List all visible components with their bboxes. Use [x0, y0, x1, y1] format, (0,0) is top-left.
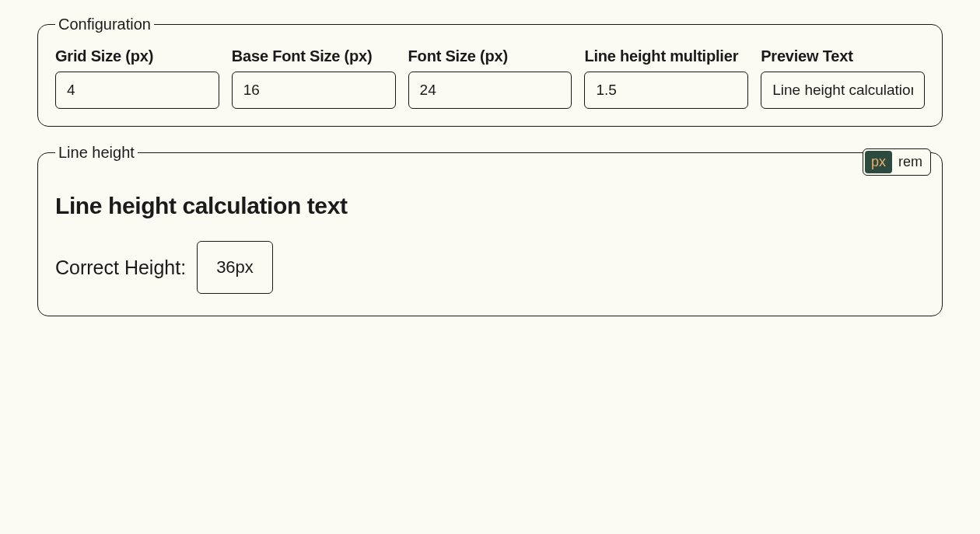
grid-size-field: Grid Size (px) — [55, 47, 219, 109]
font-size-label: Font Size (px) — [408, 47, 572, 65]
grid-size-label: Grid Size (px) — [55, 47, 219, 65]
line-height-fieldset: Line height px rem Line height calculati… — [37, 144, 943, 316]
result-value: 36px — [197, 241, 273, 294]
unit-rem-button[interactable]: rem — [892, 151, 929, 173]
preview-display-text: Line height calculation text — [55, 193, 925, 219]
preview-text-field: Preview Text — [761, 47, 925, 109]
font-size-field: Font Size (px) — [408, 47, 572, 109]
unit-toggle: px rem — [863, 148, 931, 176]
base-font-size-label: Base Font Size (px) — [232, 47, 396, 65]
line-height-multiplier-field: Line height multiplier — [584, 47, 748, 109]
font-size-input[interactable] — [408, 72, 572, 109]
line-height-legend: Line height — [55, 144, 138, 162]
grid-size-input[interactable] — [55, 72, 219, 109]
preview-text-input[interactable] — [761, 72, 925, 109]
configuration-legend: Configuration — [55, 16, 154, 33]
line-height-multiplier-input[interactable] — [584, 72, 748, 109]
result-label: Correct Height: — [55, 257, 186, 279]
preview-text-label: Preview Text — [761, 47, 925, 65]
configuration-fieldset: Configuration Grid Size (px) Base Font S… — [37, 16, 943, 127]
base-font-size-input[interactable] — [232, 72, 396, 109]
result-row: Correct Height: 36px — [55, 241, 925, 294]
unit-px-button[interactable]: px — [865, 151, 892, 173]
line-height-multiplier-label: Line height multiplier — [584, 47, 748, 65]
base-font-size-field: Base Font Size (px) — [232, 47, 396, 109]
config-row: Grid Size (px) Base Font Size (px) Font … — [55, 47, 925, 109]
